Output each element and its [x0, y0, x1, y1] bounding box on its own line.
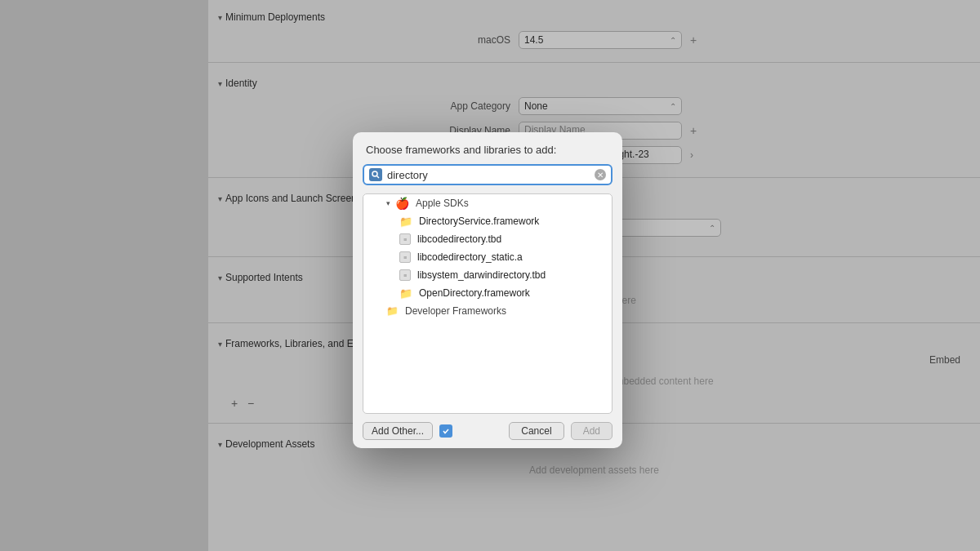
checkbox[interactable] [439, 424, 452, 438]
search-clear-icon[interactable]: ✕ [595, 169, 606, 180]
item-label: libcodedirectory.tbd [417, 233, 501, 245]
tbd-file-icon: ≡ [399, 233, 411, 245]
modal-overlay[interactable]: Choose frameworks and libraries to add: … [0, 0, 980, 551]
apple-sdks-label: Apple SDKs [416, 198, 469, 209]
modal-footer: Add Other... Cancel Add [353, 414, 622, 448]
list-item[interactable]: 📁 DirectoryService.framework [363, 212, 612, 230]
item-label: OpenDirectory.framework [419, 287, 530, 299]
search-row: ✕ [353, 164, 622, 193]
modal-title: Choose frameworks and libraries to add: [353, 132, 622, 164]
static-file-icon: ≡ [399, 251, 411, 263]
apple-sdks-icon: 🍎 [395, 197, 409, 210]
search-input[interactable] [387, 169, 590, 181]
list-item[interactable]: ≡ libsystem_darwindirectory.tbd [363, 266, 612, 284]
apple-sdks-group[interactable]: ▾ 🍎 Apple SDKs [363, 194, 612, 212]
item-label: libsystem_darwindirectory.tbd [417, 269, 546, 281]
search-badge-icon [369, 168, 382, 181]
search-input-wrap: ✕ [363, 164, 612, 185]
list-item[interactable]: ≡ libcodedirectory.tbd [363, 230, 612, 248]
framework-chooser-modal: Choose frameworks and libraries to add: … [353, 132, 622, 448]
item-label: DirectoryService.framework [419, 216, 539, 227]
item-label: libcodedirectory_static.a [417, 251, 523, 263]
cancel-button[interactable]: Cancel [509, 422, 564, 440]
svg-point-0 [372, 171, 377, 176]
apple-sdks-chevron-icon: ▾ [386, 199, 390, 207]
list-item[interactable]: 📁 OpenDirectory.framework [363, 284, 612, 302]
add-button: Add [571, 422, 612, 440]
dev-frameworks-folder-icon: 📁 [386, 305, 399, 317]
darwin-file-icon: ≡ [399, 269, 411, 281]
framework-folder-icon: 📁 [399, 216, 412, 228]
developer-frameworks-group[interactable]: 📁 Developer Frameworks [363, 302, 612, 320]
list-item[interactable]: ≡ libcodedirectory_static.a [363, 248, 612, 266]
add-other-button[interactable]: Add Other... [363, 422, 433, 440]
framework-tree-list[interactable]: ▾ 🍎 Apple SDKs 📁 DirectoryService.framew… [363, 193, 612, 414]
opendirectory-folder-icon: 📁 [399, 287, 412, 300]
developer-frameworks-label: Developer Frameworks [405, 305, 506, 317]
svg-line-1 [377, 176, 380, 179]
